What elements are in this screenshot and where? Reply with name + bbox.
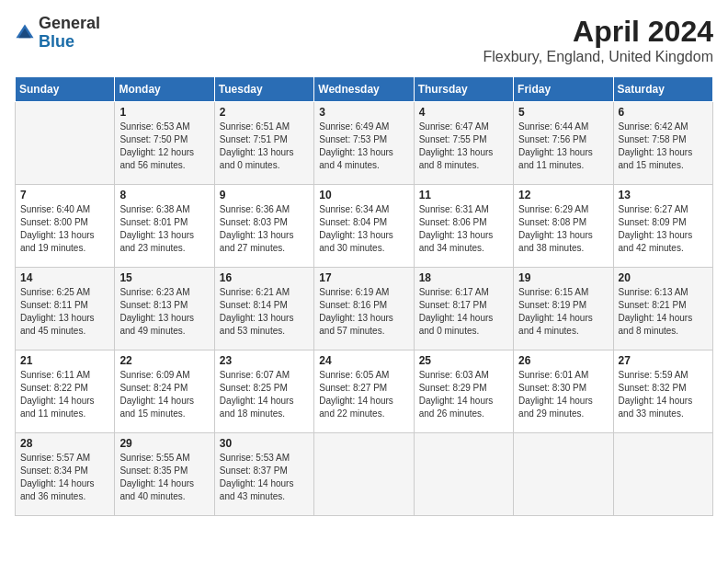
- day-info: Sunrise: 6:01 AMSunset: 8:30 PMDaylight:…: [518, 369, 608, 420]
- day-number: 14: [20, 271, 109, 284]
- day-info: Sunrise: 6:15 AMSunset: 8:19 PMDaylight:…: [518, 286, 608, 338]
- day-info: Sunrise: 6:51 AMSunset: 7:51 PMDaylight:…: [220, 121, 309, 172]
- calendar-cell: 15Sunrise: 6:23 AMSunset: 8:13 PMDayligh…: [115, 268, 214, 350]
- calendar-cell: 11Sunrise: 6:31 AMSunset: 8:06 PMDayligh…: [414, 185, 513, 268]
- calendar-cell: [314, 433, 414, 516]
- day-number: 21: [20, 354, 109, 367]
- day-info: Sunrise: 6:42 AMSunset: 7:58 PMDaylight:…: [619, 121, 708, 172]
- calendar-cell: 14Sunrise: 6:25 AMSunset: 8:11 PMDayligh…: [16, 268, 115, 350]
- calendar-cell: 5Sunrise: 6:44 AMSunset: 7:56 PMDaylight…: [514, 102, 613, 185]
- day-number: 18: [419, 271, 508, 284]
- calendar-cell: 4Sunrise: 6:47 AMSunset: 7:55 PMDaylight…: [414, 102, 513, 185]
- day-info: Sunrise: 5:59 AMSunset: 8:32 PMDaylight:…: [619, 369, 708, 420]
- day-number: 20: [619, 271, 708, 284]
- day-info: Sunrise: 6:23 AMSunset: 8:13 PMDaylight:…: [119, 286, 209, 338]
- week-row-3: 14Sunrise: 6:25 AMSunset: 8:11 PMDayligh…: [16, 268, 713, 350]
- day-number: 30: [220, 437, 309, 450]
- day-info: Sunrise: 6:44 AMSunset: 7:56 PMDaylight:…: [518, 121, 608, 172]
- location: Flexbury, England, United Kingdom: [483, 49, 713, 65]
- calendar-table: SundayMondayTuesdayWednesdayThursdayFrid…: [15, 76, 713, 516]
- day-info: Sunrise: 6:49 AMSunset: 7:53 PMDaylight:…: [319, 121, 408, 172]
- day-info: Sunrise: 5:57 AMSunset: 8:34 PMDaylight:…: [20, 452, 109, 503]
- calendar-cell: 30Sunrise: 5:53 AMSunset: 8:37 PMDayligh…: [214, 433, 313, 516]
- day-info: Sunrise: 6:07 AMSunset: 8:25 PMDaylight:…: [220, 369, 309, 420]
- day-number: 26: [518, 354, 608, 367]
- title-section: April 2024 Flexbury, England, United Kin…: [483, 15, 713, 65]
- calendar-cell: 7Sunrise: 6:40 AMSunset: 8:00 PMDaylight…: [16, 185, 115, 268]
- calendar-cell: 22Sunrise: 6:09 AMSunset: 8:24 PMDayligh…: [115, 350, 214, 433]
- day-number: 4: [419, 106, 508, 119]
- day-number: 25: [419, 354, 508, 367]
- day-info: Sunrise: 6:27 AMSunset: 8:09 PMDaylight:…: [619, 203, 708, 255]
- day-header-friday: Friday: [514, 77, 613, 102]
- calendar-cell: [16, 102, 115, 185]
- day-number: 23: [220, 354, 309, 367]
- calendar-cell: 3Sunrise: 6:49 AMSunset: 7:53 PMDaylight…: [314, 102, 414, 185]
- day-number: 11: [419, 189, 508, 201]
- day-number: 7: [20, 189, 109, 201]
- day-number: 24: [319, 354, 408, 367]
- calendar-cell: 19Sunrise: 6:15 AMSunset: 8:19 PMDayligh…: [514, 268, 613, 350]
- day-info: Sunrise: 6:13 AMSunset: 8:21 PMDaylight:…: [619, 286, 708, 338]
- day-number: 17: [319, 271, 408, 284]
- month-year: April 2024: [483, 15, 713, 49]
- calendar-cell: 2Sunrise: 6:51 AMSunset: 7:51 PMDaylight…: [214, 102, 313, 185]
- calendar-cell: 10Sunrise: 6:34 AMSunset: 8:04 PMDayligh…: [314, 185, 414, 268]
- day-info: Sunrise: 6:09 AMSunset: 8:24 PMDaylight:…: [119, 369, 209, 420]
- day-number: 8: [119, 189, 209, 201]
- day-number: 29: [119, 437, 209, 450]
- day-header-saturday: Saturday: [613, 77, 712, 102]
- day-number: 9: [220, 189, 309, 201]
- day-info: Sunrise: 5:53 AMSunset: 8:37 PMDaylight:…: [220, 452, 309, 503]
- calendar-cell: 1Sunrise: 6:53 AMSunset: 7:50 PMDaylight…: [115, 102, 214, 185]
- day-number: 12: [518, 189, 608, 201]
- day-number: 19: [518, 271, 608, 284]
- calendar-cell: 26Sunrise: 6:01 AMSunset: 8:30 PMDayligh…: [514, 350, 613, 433]
- calendar-cell: 17Sunrise: 6:19 AMSunset: 8:16 PMDayligh…: [314, 268, 414, 350]
- week-row-2: 7Sunrise: 6:40 AMSunset: 8:00 PMDaylight…: [16, 185, 713, 268]
- calendar-cell: 23Sunrise: 6:07 AMSunset: 8:25 PMDayligh…: [214, 350, 313, 433]
- day-info: Sunrise: 6:47 AMSunset: 7:55 PMDaylight:…: [419, 121, 508, 172]
- day-number: 28: [20, 437, 109, 450]
- day-header-wednesday: Wednesday: [314, 77, 414, 102]
- day-info: Sunrise: 6:03 AMSunset: 8:29 PMDaylight:…: [419, 369, 508, 420]
- day-header-sunday: Sunday: [16, 77, 115, 102]
- calendar-cell: 28Sunrise: 5:57 AMSunset: 8:34 PMDayligh…: [16, 433, 115, 516]
- day-number: 27: [619, 354, 708, 367]
- logo-blue: Blue: [39, 33, 100, 52]
- day-number: 2: [220, 106, 309, 119]
- day-info: Sunrise: 6:29 AMSunset: 8:08 PMDaylight:…: [518, 203, 608, 255]
- calendar-cell: 21Sunrise: 6:11 AMSunset: 8:22 PMDayligh…: [16, 350, 115, 433]
- calendar-cell: 24Sunrise: 6:05 AMSunset: 8:27 PMDayligh…: [314, 350, 414, 433]
- logo: General Blue: [15, 15, 100, 52]
- calendar-cell: 13Sunrise: 6:27 AMSunset: 8:09 PMDayligh…: [613, 185, 712, 268]
- header: General Blue April 2024 Flexbury, Englan…: [15, 15, 713, 65]
- day-number: 15: [119, 271, 209, 284]
- day-info: Sunrise: 6:21 AMSunset: 8:14 PMDaylight:…: [220, 286, 309, 338]
- day-info: Sunrise: 6:40 AMSunset: 8:00 PMDaylight:…: [20, 203, 109, 255]
- day-number: 3: [319, 106, 408, 119]
- calendar-cell: 12Sunrise: 6:29 AMSunset: 8:08 PMDayligh…: [514, 185, 613, 268]
- day-info: Sunrise: 6:31 AMSunset: 8:06 PMDaylight:…: [419, 203, 508, 255]
- day-number: 13: [619, 189, 708, 201]
- day-number: 22: [119, 354, 209, 367]
- day-header-thursday: Thursday: [414, 77, 513, 102]
- calendar-cell: 6Sunrise: 6:42 AMSunset: 7:58 PMDaylight…: [613, 102, 712, 185]
- day-number: 6: [619, 106, 708, 119]
- day-info: Sunrise: 6:34 AMSunset: 8:04 PMDaylight:…: [319, 203, 408, 255]
- calendar-cell: [514, 433, 613, 516]
- week-row-5: 28Sunrise: 5:57 AMSunset: 8:34 PMDayligh…: [16, 433, 713, 516]
- day-info: Sunrise: 6:36 AMSunset: 8:03 PMDaylight:…: [220, 203, 309, 255]
- calendar-cell: 9Sunrise: 6:36 AMSunset: 8:03 PMDaylight…: [214, 185, 313, 268]
- day-number: 5: [518, 106, 608, 119]
- day-info: Sunrise: 6:38 AMSunset: 8:01 PMDaylight:…: [119, 203, 209, 255]
- week-row-4: 21Sunrise: 6:11 AMSunset: 8:22 PMDayligh…: [16, 350, 713, 433]
- calendar-cell: 16Sunrise: 6:21 AMSunset: 8:14 PMDayligh…: [214, 268, 313, 350]
- logo-icon: [15, 23, 35, 43]
- calendar-cell: 20Sunrise: 6:13 AMSunset: 8:21 PMDayligh…: [613, 268, 712, 350]
- day-header-tuesday: Tuesday: [214, 77, 313, 102]
- logo-general: General: [39, 15, 100, 33]
- day-info: Sunrise: 6:05 AMSunset: 8:27 PMDaylight:…: [319, 369, 408, 420]
- calendar-cell: 27Sunrise: 5:59 AMSunset: 8:32 PMDayligh…: [613, 350, 712, 433]
- day-info: Sunrise: 6:11 AMSunset: 8:22 PMDaylight:…: [20, 369, 109, 420]
